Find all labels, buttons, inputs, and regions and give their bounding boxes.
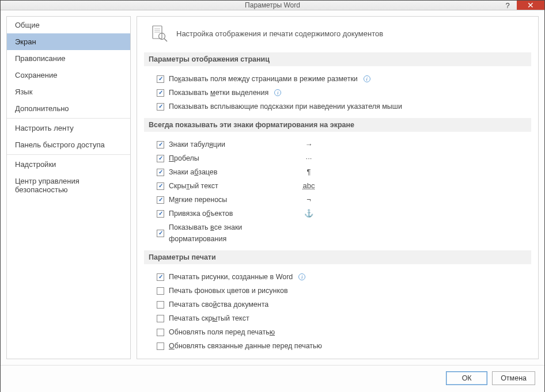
- checkbox[interactable]: [157, 342, 164, 350]
- checkbox[interactable]: [157, 141, 164, 149]
- sidebar-item[interactable]: Панель быстрого доступа: [7, 136, 130, 153]
- option-label[interactable]: Печать фоновых цветов и рисунков: [169, 285, 288, 296]
- sidebar-item[interactable]: Надстройки: [7, 156, 130, 173]
- sidebar-item[interactable]: Правописание: [7, 50, 130, 67]
- option-row: Знаки абзацев¶: [147, 165, 528, 179]
- option-row: Пробелы···: [147, 151, 528, 165]
- option-row: Скрытый текстabc: [147, 179, 528, 193]
- option-label[interactable]: Показывать все знаки форматирования: [169, 222, 296, 245]
- checkbox[interactable]: [157, 196, 164, 204]
- option-label[interactable]: Знаки абзацев: [169, 166, 296, 178]
- sidebar-item[interactable]: Центр управления безопасностью: [7, 173, 130, 198]
- option-row: Мягкие переносы¬: [147, 193, 528, 207]
- format-symbol: →: [300, 139, 317, 150]
- option-label[interactable]: Знаки табуляции: [169, 139, 296, 150]
- option-row: Печать фоновых цветов и рисунков: [147, 284, 528, 298]
- content-heading: Настройка отображения и печати содержимо…: [176, 29, 383, 38]
- sidebar-item[interactable]: Дополнительно: [7, 100, 130, 117]
- titlebar: Параметры Word ? ✕: [1, 1, 544, 10]
- option-label[interactable]: Привязка объектов: [169, 208, 296, 219]
- sidebar-item[interactable]: Язык: [7, 83, 130, 100]
- checkbox[interactable]: [157, 287, 164, 295]
- format-symbol: ···: [300, 153, 317, 164]
- option-label[interactable]: Печатать скрытый текст: [169, 313, 249, 324]
- sidebar-item[interactable]: Общие: [7, 17, 130, 33]
- option-row: Обновлять связанные данные перед печатью: [147, 339, 528, 353]
- option-label[interactable]: Печатать свойства документа: [169, 299, 268, 310]
- sidebar-separator: [7, 118, 130, 119]
- option-label[interactable]: Печатать рисунки, созданные в Word: [169, 271, 293, 283]
- section-formatting: Знаки табуляции→Пробелы···Знаки абзацев¶…: [147, 138, 528, 246]
- info-icon[interactable]: i: [274, 89, 281, 96]
- format-symbol: ⚓: [300, 208, 317, 219]
- option-label[interactable]: Показывать всплывающие подсказки при нав…: [169, 101, 402, 112]
- option-row: Показывать всплывающие подсказки при нав…: [147, 100, 528, 113]
- option-label[interactable]: Показывать метки выделения: [169, 87, 268, 98]
- option-row: Печатать свойства документа: [147, 298, 528, 311]
- option-row: Знаки табуляции→: [147, 138, 528, 151]
- checkbox[interactable]: [157, 155, 164, 162]
- section-printing: Печатать рисунки, созданные в WordiПечат…: [147, 270, 528, 353]
- checkbox[interactable]: [157, 75, 164, 83]
- checkbox[interactable]: [157, 329, 164, 336]
- dialog-footer: ОК Отмена: [1, 365, 544, 392]
- option-label[interactable]: Мягкие переносы: [169, 194, 296, 205]
- svg-line-5: [164, 39, 167, 41]
- sidebar-separator: [7, 154, 130, 155]
- format-symbol: ¶: [300, 166, 317, 178]
- option-label[interactable]: Показывать поля между страницами в режим…: [169, 73, 358, 85]
- ok-button[interactable]: ОК: [446, 371, 487, 385]
- sidebar-item[interactable]: Настроить ленту: [7, 120, 130, 136]
- checkbox[interactable]: [157, 182, 164, 190]
- option-row: Печатать скрытый текст: [147, 311, 528, 325]
- section-page-display-title: Параметры отображения страниц: [144, 52, 531, 66]
- option-label[interactable]: Обновлять связанные данные перед печатью: [169, 340, 322, 352]
- option-row: Показывать все знаки форматирования: [147, 220, 528, 246]
- checkbox[interactable]: [157, 230, 164, 237]
- checkbox[interactable]: [157, 315, 164, 322]
- format-symbol: ¬: [300, 194, 317, 205]
- option-row: Обновлять поля перед печатью: [147, 325, 528, 339]
- checkbox[interactable]: [157, 103, 164, 111]
- option-label[interactable]: Скрытый текст: [169, 180, 296, 192]
- option-label[interactable]: Обновлять поля перед печатью: [169, 326, 275, 338]
- checkbox[interactable]: [157, 273, 164, 281]
- category-sidebar: ОбщиеЭкранПравописаниеСохранениеЯзыкДопо…: [6, 16, 131, 359]
- checkbox[interactable]: [157, 89, 164, 97]
- option-row: Печатать рисунки, созданные в Wordi: [147, 270, 528, 284]
- page-preview-icon: [151, 25, 168, 42]
- section-formatting-title: Всегда показывать эти знаки форматирован…: [144, 118, 531, 132]
- dialog-body: ОбщиеЭкранПравописаниеСохранениеЯзыкДопо…: [1, 10, 544, 392]
- content-panel: Настройка отображения и печати содержимо…: [137, 16, 539, 359]
- checkbox[interactable]: [157, 301, 164, 309]
- section-page-display: Показывать поля между страницами в режим…: [147, 72, 528, 113]
- sidebar-item[interactable]: Сохранение: [7, 67, 130, 83]
- option-label[interactable]: Пробелы: [169, 153, 296, 164]
- cancel-button[interactable]: Отмена: [492, 371, 535, 385]
- dialog-window: Параметры Word ? ✕ ОбщиеЭкранПравописани…: [0, 0, 545, 392]
- content-header: Настройка отображения и печати содержимо…: [147, 25, 528, 42]
- info-icon[interactable]: i: [364, 75, 370, 82]
- option-row: Показывать поля между страницами в режим…: [147, 72, 528, 86]
- checkbox[interactable]: [157, 210, 164, 218]
- info-icon[interactable]: i: [298, 273, 305, 280]
- section-printing-title: Параметры печати: [144, 250, 531, 264]
- option-row: Показывать метки выделенияi: [147, 86, 528, 100]
- main-area: ОбщиеЭкранПравописаниеСохранениеЯзыкДопо…: [1, 10, 544, 365]
- sidebar-item[interactable]: Экран: [7, 33, 130, 50]
- format-symbol: abc: [300, 180, 317, 192]
- window-title: Параметры Word: [1, 1, 544, 9]
- checkbox[interactable]: [157, 169, 164, 176]
- option-row: Привязка объектов⚓: [147, 207, 528, 220]
